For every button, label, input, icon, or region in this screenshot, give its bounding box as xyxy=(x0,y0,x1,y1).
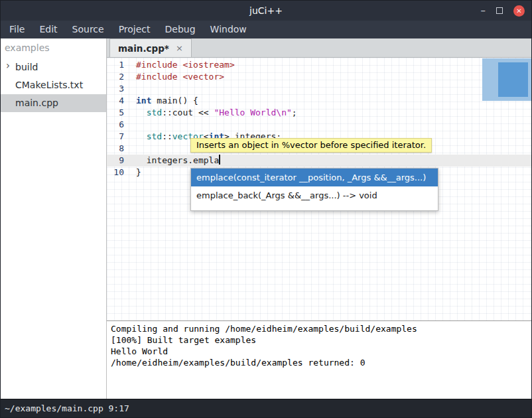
sidebar-item-label: CMakeLists.txt xyxy=(15,80,83,90)
chevron-right-icon: › xyxy=(6,60,10,72)
app-window: juCi++ – ✕ FileEditSourceProjectDebugWin… xyxy=(0,0,532,418)
token: } xyxy=(136,167,141,177)
line-number: 3 xyxy=(107,83,131,95)
token: ::cout << xyxy=(162,107,214,117)
scrollbar-thumb[interactable] xyxy=(498,62,528,97)
token xyxy=(136,107,147,117)
line-number: 10 xyxy=(107,167,131,178)
restore-button[interactable] xyxy=(496,7,503,14)
code-line: 2#include <vector> xyxy=(107,71,531,83)
token: ; xyxy=(292,107,297,117)
terminal-line: [100%] Built target examples xyxy=(111,334,527,346)
code-text: } xyxy=(136,167,141,178)
code-text: integers.empla xyxy=(136,155,220,167)
sidebar-item-label: build xyxy=(15,62,38,72)
menu-item-file[interactable]: File xyxy=(2,21,32,38)
tab-label: main.cpp* xyxy=(118,43,169,54)
tab-close-icon[interactable]: × xyxy=(176,43,183,53)
token: std xyxy=(147,107,162,117)
code-text: std::cout << "Hello World\n"; xyxy=(136,107,297,119)
completion-item[interactable]: emplace_back(_Args &&__args...) --> void xyxy=(191,186,438,204)
editor-column: main.cpp* × 1#include <iostream>2#includ… xyxy=(107,38,531,399)
main-area: examples ›buildCMakeLists.txtmain.cpp ma… xyxy=(1,38,531,399)
sidebar-item-label: main.cpp xyxy=(15,98,58,108)
menu-item-edit[interactable]: Edit xyxy=(32,21,64,38)
code-line: 3 xyxy=(107,83,531,95)
menu-item-project[interactable]: Project xyxy=(111,21,158,38)
sidebar-item-main-cpp[interactable]: main.cpp xyxy=(1,94,106,112)
token: "Hello World\n" xyxy=(214,107,291,117)
menu-bar: FileEditSourceProjectDebugWindow xyxy=(1,21,531,38)
file-tree: ›buildCMakeLists.txtmain.cpp xyxy=(1,58,106,112)
code-line: 4int main() { xyxy=(107,95,531,107)
tab-main-cpp[interactable]: main.cpp* × xyxy=(109,38,192,57)
code-text: #include <vector> xyxy=(136,71,224,83)
completion-item[interactable]: emplace(const_iterator __position, _Args… xyxy=(191,169,438,186)
token: integers.empla xyxy=(136,155,219,165)
scrollbar-track[interactable] xyxy=(482,58,531,101)
line-number: 1 xyxy=(107,59,131,71)
line-number: 9 xyxy=(107,155,131,167)
menu-item-window[interactable]: Window xyxy=(203,21,254,38)
terminal-line: Hello World xyxy=(111,346,527,357)
minimize-button[interactable]: – xyxy=(481,7,486,14)
close-button[interactable]: ✕ xyxy=(513,5,525,17)
doc-tooltip: Inserts an object in %vector before spec… xyxy=(190,138,432,153)
code-line: 1#include <iostream> xyxy=(107,59,531,71)
terminal-line: Compiling and running /home/eidheim/exam… xyxy=(111,323,527,334)
token: int xyxy=(136,96,151,105)
text-cursor xyxy=(219,155,220,165)
token: std xyxy=(147,131,162,141)
window-title: juCi++ xyxy=(249,5,283,16)
project-name: examples xyxy=(1,38,106,58)
token: :: xyxy=(162,131,172,141)
terminal-line: /home/eidheim/examples/build/examples re… xyxy=(111,357,527,368)
status-file-position: ~/examples/main.cpp 9:17 xyxy=(5,403,129,413)
terminal-output[interactable]: Compiling and running /home/eidheim/exam… xyxy=(107,320,531,399)
code-line: 9 integers.empla xyxy=(107,155,531,167)
code-text: #include <iostream> xyxy=(136,59,235,71)
line-number: 2 xyxy=(107,71,131,83)
tab-bar: main.cpp* × xyxy=(107,38,531,58)
line-number: 4 xyxy=(107,95,131,107)
menu-item-debug[interactable]: Debug xyxy=(158,21,203,38)
token: #include <iostream> xyxy=(136,60,235,70)
menu-item-source[interactable]: Source xyxy=(65,21,111,38)
autocomplete-popup: emplace(const_iterator __position, _Args… xyxy=(190,168,438,211)
token: #include <vector> xyxy=(136,72,224,82)
code-line: 5 std::cout << "Hello World\n"; xyxy=(107,107,531,119)
status-bar: ~/examples/main.cpp 9:17 xyxy=(1,399,531,417)
code-lines: 1#include <iostream>2#include <vector>34… xyxy=(107,59,531,178)
file-tree-sidebar: examples ›buildCMakeLists.txtmain.cpp xyxy=(1,38,107,399)
token xyxy=(136,131,147,141)
title-bar[interactable]: juCi++ – ✕ xyxy=(1,1,531,21)
code-editor[interactable]: 1#include <iostream>2#include <vector>34… xyxy=(107,58,531,320)
sidebar-item-cmakelists-txt[interactable]: CMakeLists.txt xyxy=(1,76,106,94)
line-number: 8 xyxy=(107,143,131,155)
line-number: 5 xyxy=(107,107,131,119)
sidebar-item-build[interactable]: ›build xyxy=(1,58,106,76)
line-number: 7 xyxy=(107,131,131,143)
window-controls: – ✕ xyxy=(481,1,525,21)
code-text: int main() { xyxy=(136,95,198,107)
code-line: 6 xyxy=(107,119,531,131)
line-number: 6 xyxy=(107,119,131,131)
token: main() { xyxy=(151,96,198,105)
